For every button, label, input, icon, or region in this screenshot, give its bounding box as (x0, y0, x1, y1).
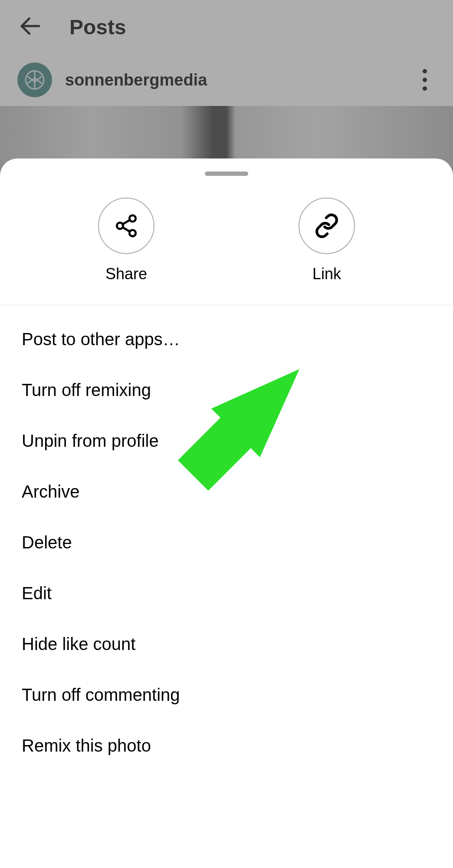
menu-item-remix-photo[interactable]: Remix this photo (0, 720, 453, 771)
link-button[interactable]: Link (299, 198, 355, 283)
share-label: Share (105, 265, 147, 283)
page-header: Posts (0, 0, 453, 54)
back-arrow-icon[interactable] (17, 13, 43, 41)
page-title: Posts (69, 15, 126, 39)
drag-handle[interactable] (205, 172, 248, 176)
link-icon (299, 198, 355, 254)
svg-line-5 (123, 220, 130, 224)
username-label[interactable]: sonnenbergmedia (65, 71, 207, 89)
avatar[interactable] (17, 63, 52, 97)
share-button[interactable]: Share (98, 198, 154, 283)
menu-item-archive[interactable]: Archive (0, 466, 453, 517)
link-label: Link (312, 265, 341, 283)
menu-item-turn-off-commenting[interactable]: Turn off commenting (0, 670, 453, 720)
menu-item-unpin-from-profile[interactable]: Unpin from profile (0, 416, 453, 466)
sheet-action-row: Share Link (0, 189, 453, 305)
bottom-sheet: Share Link Post to other apps… Turn off … (0, 158, 453, 868)
post-author-row: sonnenbergmedia (0, 54, 453, 106)
menu-item-hide-like-count[interactable]: Hide like count (0, 619, 453, 670)
svg-line-6 (123, 228, 130, 232)
menu-item-turn-off-remixing[interactable]: Turn off remixing (0, 365, 453, 416)
menu-item-delete[interactable]: Delete (0, 517, 453, 568)
share-icon (98, 198, 154, 254)
menu-item-post-other-apps[interactable]: Post to other apps… (0, 314, 453, 365)
sheet-menu-list: Post to other apps… Turn off remixing Un… (0, 305, 453, 780)
more-options-icon[interactable] (414, 65, 436, 95)
menu-item-edit[interactable]: Edit (0, 568, 453, 619)
